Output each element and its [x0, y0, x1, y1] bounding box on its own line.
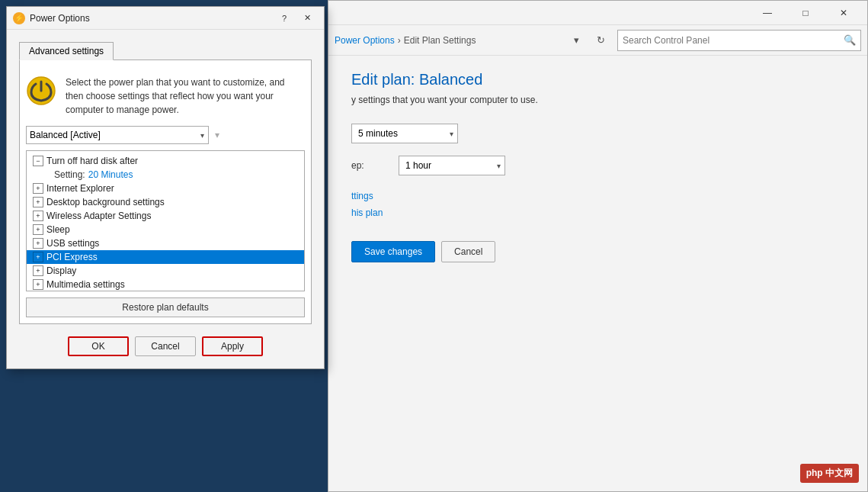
- cp-toolbar: Power Options › Edit Plan Settings ▾ ↻ 🔍: [328, 25, 867, 56]
- restore-defaults-button[interactable]: Restore plan defaults: [26, 297, 305, 317]
- hour-select[interactable]: 1 hour 2 hours 3 hours Never: [399, 156, 505, 175]
- minimize-button[interactable]: —: [750, 2, 785, 24]
- watermark: php 中文网: [800, 464, 859, 483]
- link-2[interactable]: his plan: [351, 207, 844, 218]
- cp-close-button[interactable]: ✕: [826, 2, 861, 24]
- tree-label-usb: USB settings: [46, 238, 99, 249]
- dropdown-wrap-2[interactable]: 1 hour 2 hours 3 hours Never: [399, 156, 505, 175]
- save-changes-button[interactable]: Save changes: [351, 241, 435, 262]
- tree-toggle-usb[interactable]: +: [33, 238, 43, 249]
- dialog-titlebar-buttons: ? ✕: [274, 10, 318, 27]
- dialog-help-button[interactable]: ?: [274, 10, 295, 27]
- tree-item-setting[interactable]: Setting: 20 Minutes: [27, 168, 304, 182]
- plan-select[interactable]: Balanced [Active] High performance Power…: [26, 126, 209, 144]
- cp-toolbar-icons: ▾ ↻: [565, 30, 611, 51]
- power-icon: [26, 76, 56, 106]
- dialog-titlebar: ⚡ Power Options ? ✕: [7, 7, 324, 30]
- tree-label-wireless: Wireless Adapter Settings: [46, 211, 151, 221]
- tree-item-internet-explorer[interactable]: + Internet Explorer: [27, 182, 304, 195]
- plan-dropdown-row: Balanced [Active] High performance Power…: [26, 126, 305, 144]
- settings-tree[interactable]: − Turn off hard disk after Setting: 20 M…: [26, 150, 305, 291]
- dialog-cancel-button[interactable]: Cancel: [135, 336, 196, 356]
- dialog-title: Power Options: [30, 13, 269, 24]
- tree-label-display: Display: [46, 265, 76, 276]
- plan-dropdown-wrap[interactable]: Balanced [Active] High performance Power…: [26, 126, 209, 144]
- tree-item-desktop-bg[interactable]: + Desktop background settings: [27, 195, 304, 209]
- cp-row-2: ep: 1 hour 2 hours 3 hours Never: [351, 156, 844, 175]
- apply-button[interactable]: Apply: [202, 336, 263, 356]
- search-box[interactable]: 🔍: [617, 30, 861, 51]
- breadcrumb-part2: Edit Plan Settings: [404, 35, 476, 46]
- tree-item-multimedia[interactable]: + Multimedia settings: [27, 278, 304, 291]
- tree-label-ie: Internet Explorer: [46, 183, 114, 194]
- tree-label-pci: PCI Express: [46, 252, 98, 262]
- restore-row: Restore plan defaults: [26, 297, 305, 317]
- dialog-description-text: Select the power plan that you want to c…: [66, 76, 305, 117]
- tree-label-desktop: Desktop background settings: [46, 197, 165, 207]
- tree-toggle-multimedia[interactable]: +: [33, 279, 43, 290]
- dropdown-button[interactable]: ▾: [565, 30, 587, 51]
- cp-row-1: 5 minutes 10 minutes 15 minutes 20 minut…: [351, 124, 844, 143]
- tree-setting-value: 20 Minutes: [88, 169, 133, 180]
- cp-subtitle: y settings that you want your computer t…: [351, 95, 844, 105]
- tree-toggle-display[interactable]: +: [33, 265, 43, 276]
- cancel-button[interactable]: Cancel: [441, 241, 495, 262]
- tree-label-hd: Turn off hard disk after: [46, 156, 138, 166]
- tree-item-turn-off-hd[interactable]: − Turn off hard disk after: [27, 154, 304, 168]
- dialog-action-row: OK Cancel Apply: [19, 336, 312, 356]
- tree-toggle-pci[interactable]: +: [33, 252, 43, 262]
- tree-setting-label: Setting:: [54, 169, 85, 180]
- tree-item-display[interactable]: + Display: [27, 264, 304, 278]
- minutes-select[interactable]: 5 minutes 10 minutes 15 minutes 20 minut…: [351, 124, 458, 143]
- dropdown-wrap-1[interactable]: 5 minutes 10 minutes 15 minutes 20 minut…: [351, 124, 458, 143]
- tree-toggle-ie[interactable]: +: [33, 183, 43, 194]
- tree-item-pci-express[interactable]: + PCI Express: [27, 250, 304, 264]
- row2-label: ep:: [351, 160, 389, 171]
- control-panel-window: — □ ✕ Power Options › Edit Plan Settings…: [328, 0, 868, 492]
- tree-item-sleep[interactable]: + Sleep: [27, 223, 304, 236]
- tree-toggle-sleep[interactable]: +: [33, 224, 43, 235]
- tree-label-multimedia: Multimedia settings: [46, 279, 125, 290]
- tree-label-sleep: Sleep: [46, 224, 70, 235]
- dialog-close-button[interactable]: ✕: [296, 10, 318, 27]
- breadcrumb-sep: ›: [398, 35, 401, 46]
- cp-actions: Save changes Cancel: [351, 241, 844, 262]
- maximize-button[interactable]: □: [788, 2, 823, 24]
- search-input[interactable]: [623, 35, 841, 46]
- breadcrumb: Power Options › Edit Plan Settings: [335, 35, 559, 46]
- search-icon: 🔍: [844, 34, 856, 46]
- refresh-button[interactable]: ↻: [590, 30, 611, 51]
- tree-toggle-wireless[interactable]: +: [33, 211, 43, 221]
- power-options-icon: ⚡: [13, 12, 25, 24]
- tree-item-wireless[interactable]: + Wireless Adapter Settings: [27, 209, 304, 223]
- tree-toggle-hd[interactable]: −: [33, 156, 43, 166]
- tree-item-usb[interactable]: + USB settings: [27, 236, 304, 250]
- cp-titlebar: — □ ✕: [328, 1, 867, 25]
- cp-links: ttings his plan: [351, 191, 844, 218]
- tree-toggle-desktop[interactable]: +: [33, 197, 43, 207]
- advanced-settings-tab[interactable]: Advanced settings: [19, 42, 114, 60]
- dialog-description: Select the power plan that you want to c…: [26, 76, 305, 117]
- cp-content: Edit plan: Balanced y settings that you …: [328, 56, 867, 278]
- dialog-body: Advanced settings Select the power plan …: [7, 30, 324, 368]
- ok-button[interactable]: OK: [68, 336, 129, 356]
- breadcrumb-part1[interactable]: Power Options: [335, 35, 395, 46]
- power-options-dialog[interactable]: ⚡ Power Options ? ✕ Advanced settings: [6, 6, 325, 369]
- page-title: Edit plan: Balanced: [351, 71, 844, 88]
- link-1[interactable]: ttings: [351, 191, 844, 201]
